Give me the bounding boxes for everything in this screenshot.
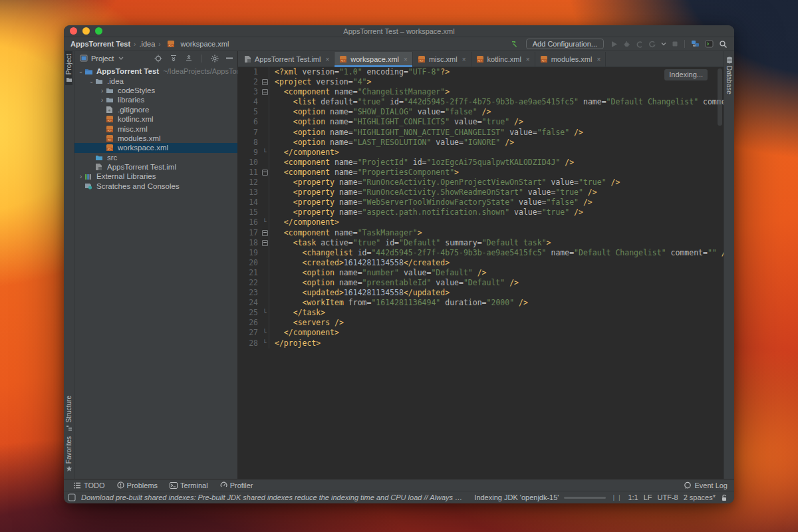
file-encoding[interactable]: UTF-8 [658,493,678,501]
close-tab-icon[interactable]: × [462,56,466,63]
minimize-window-button[interactable] [82,27,90,35]
fold-collapse-icon[interactable] [261,228,269,238]
chevron-down-icon[interactable] [118,57,124,60]
code-line-15[interactable]: 15 <property name="aspect.path.notificat… [238,207,724,217]
expand-all-icon[interactable] [170,55,178,62]
editor-tab-kotlinc-xml[interactable]: <›kotlinc.xml× [471,52,535,66]
fold-collapse-icon[interactable] [261,87,269,97]
chevron-right-icon[interactable]: › [98,86,106,94]
close-tab-icon[interactable]: × [325,56,329,63]
tree-item-misc-xml[interactable]: <›misc.xml [74,124,237,133]
editor-tab-workspace-xml[interactable]: <›workspace.xml× [334,52,413,66]
code-line-18[interactable]: 18 <task active="true" id="Default" summ… [238,238,724,248]
tree-item-external-libraries[interactable]: ›External Libraries [74,172,237,181]
code-editor[interactable]: Indexing... 1<?xml version="1.0" encodin… [238,67,724,479]
status-message[interactable]: Download pre-built shared indexes: Pre-b… [81,493,464,501]
fold-end-icon[interactable]: └ [261,328,269,338]
fold-end-icon[interactable]: └ [261,338,269,348]
editor-tab-appstorrent-test-iml[interactable]: AppsTorrent Test.iml× [239,52,334,66]
breadcrumb-project[interactable]: AppsTorrent Test [70,40,130,48]
tree-item-modules-xml[interactable]: <›modules.xml [74,134,237,143]
lock-icon[interactable] [721,494,728,501]
close-tab-icon[interactable]: × [404,56,408,63]
code-line-19[interactable]: 19 <changelist id="442d5945-2f7f-4b75-9b… [238,248,724,258]
chevron-right-icon[interactable]: › [77,172,84,180]
fold-collapse-icon[interactable] [261,77,269,87]
code-line-22[interactable]: 22 <option name="presentableId" value="D… [238,278,724,288]
gear-icon[interactable] [211,55,219,63]
project-structure-icon[interactable] [691,40,700,48]
tool-tab-project[interactable]: Project [65,51,72,85]
locate-file-icon[interactable] [154,55,162,63]
breadcrumb-idea[interactable]: .idea [139,40,155,48]
tool-tab-database[interactable]: Database [726,54,733,97]
breadcrumb-file[interactable]: workspace.xml [181,40,229,48]
fold-end-icon[interactable]: └ [261,308,269,318]
tool-window-button-terminal[interactable]: Terminal [170,481,208,489]
code-line-28[interactable]: 28└</project> [238,338,724,348]
tool-tab-structure[interactable]: Structure [65,393,72,434]
add-configuration-button[interactable]: Add Configuration... [526,39,604,49]
tree-item-kotlinc-xml[interactable]: <›kotlinc.xml [74,114,237,124]
fold-end-icon[interactable]: └ [261,148,269,158]
code-line-5[interactable]: 5 <option name="SHOW_DIALOG" value="fals… [238,107,724,117]
code-line-23[interactable]: 23 <updated>1614281134558</updated> [238,288,724,298]
code-line-11[interactable]: 11 <component name="PropertiesComponent"… [238,168,724,178]
code-line-26[interactable]: 26 <servers /> [238,318,724,328]
zoom-window-button[interactable] [95,27,102,35]
code-line-7[interactable]: 7 <option name="HIGHLIGHT_NON_ACTIVE_CHA… [238,128,724,138]
tree-item-scratches-and-consoles[interactable]: Scratches and Consoles [74,182,237,191]
code-line-10[interactable]: 10 <component name="ProjectId" id="1ozEg… [238,158,724,168]
code-line-2[interactable]: 2<project version="4"> [238,77,724,87]
code-line-13[interactable]: 13 <property name="RunOnceActivity.ShowR… [238,188,724,198]
code-line-1[interactable]: 1<?xml version="1.0" encoding="UTF-8"?> [238,67,724,77]
editor-scrollbar[interactable] [718,68,722,126]
terminal-toolbar-icon[interactable] [705,40,714,48]
code-line-14[interactable]: 14 <property name="WebServerToolWindowFa… [238,198,724,207]
fold-collapse-icon[interactable] [261,168,269,178]
fold-collapse-icon[interactable] [261,238,269,248]
code-line-20[interactable]: 20 <created>1614281134558</created> [238,258,724,268]
code-line-17[interactable]: 17 <component name="TaskManager"> [238,228,724,238]
chevron-right-icon[interactable]: › [98,96,106,104]
code-line-8[interactable]: 8 <option name="LAST_RESOLUTION" value="… [238,138,724,148]
tree-item-workspace-xml[interactable]: <›workspace.xml [74,143,237,152]
code-line-4[interactable]: 4 <list default="true" id="442d5945-2f7f… [238,97,724,107]
code-line-3[interactable]: 3 <component name="ChangeListManager"> [238,87,724,97]
tree-item-src[interactable]: src [74,153,237,162]
search-everywhere-icon[interactable] [719,40,728,49]
tool-tab-favorites[interactable]: Favorites [65,434,72,475]
project-panel-title[interactable]: Project [91,55,114,63]
code-line-9[interactable]: 9└ </component> [238,148,724,158]
code-line-21[interactable]: 21 <option name="number" value="Default"… [238,268,724,278]
editor-tab-misc-xml[interactable]: <›misc.xml× [413,52,471,66]
chevron-down-icon[interactable] [661,42,666,46]
code-line-27[interactable]: 27└ </component> [238,328,724,338]
fold-end-icon[interactable]: └ [261,217,269,227]
tool-window-button-profiler[interactable]: Profiler [220,481,253,489]
tree-item-appstorrent-test[interactable]: ⌄AppsTorrent Test~/IdeaProjects/AppsTorr… [74,66,237,76]
tree-item--gitignore[interactable]: .gitignore [74,105,237,114]
line-separator[interactable]: LF [644,493,652,501]
code-line-6[interactable]: 6 <option name="HIGHLIGHT_CONFLICTS" val… [238,117,724,127]
hide-panel-icon[interactable] [226,57,233,59]
editor-tab-modules-xml[interactable]: <›modules.xml× [535,52,606,66]
event-log-button[interactable]: Event Log [684,481,728,489]
close-tab-icon[interactable]: × [597,56,600,63]
code-line-24[interactable]: 24 <workItem from="1614281136494" durati… [238,298,724,308]
title-bar[interactable]: AppsTorrent Test – workspace.xml [64,25,734,37]
tool-window-button-todo[interactable]: TODO [73,481,105,489]
code-line-12[interactable]: 12 <property name="RunOnceActivity.OpenP… [238,178,724,188]
chevron-down-icon[interactable]: ⌄ [77,68,84,74]
tree-item-codestyles[interactable]: ›codeStyles [74,86,237,95]
pause-indexing-icon[interactable]: ❘❘ [611,494,622,501]
toolwindow-switcher-icon[interactable] [68,493,76,501]
code-line-25[interactable]: 25└ </task> [238,308,724,318]
chevron-down-icon[interactable]: ⌄ [88,78,95,84]
caret-position[interactable]: 1:1 [628,493,638,501]
collapse-all-icon[interactable] [185,55,193,62]
tree-item-libraries[interactable]: ›libraries [74,95,237,104]
tree-item--idea[interactable]: ⌄.idea [74,76,237,85]
build-hammer-icon[interactable] [511,40,519,49]
indent-style[interactable]: 2 spaces* [684,493,716,501]
